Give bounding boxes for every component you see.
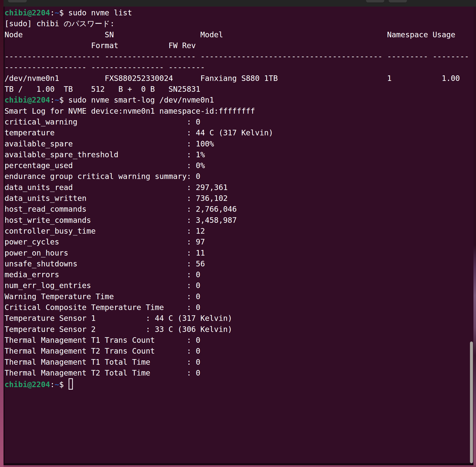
terminal-tab-bar <box>4 0 476 7</box>
smart-log-critical-composite-temp-time: Critical Composite Temperature Time : 0 <box>5 302 469 313</box>
prompt-separator: : <box>50 8 55 17</box>
nvme-list-separator-row-2: ------------------ ---------------- ----… <box>5 62 469 73</box>
terminal-text: Format FW Rev <box>5 41 196 50</box>
smart-log-temperature: temperature : 44 C (317 Kelvin) <box>5 127 469 138</box>
smart-log-data-units-written: data_units_written : 736,102 <box>5 193 469 204</box>
smart-log-available-spare-threshold: available_spare_threshold : 1% <box>5 149 469 160</box>
terminal-text: Thermal Management T1 Trans Count : 0 <box>5 336 200 345</box>
prompt-user-host: chibi@2204 <box>5 380 50 389</box>
terminal-text: --------------------- ------------------… <box>5 52 469 61</box>
terminal-text: ------------------ ---------------- ----… <box>5 63 205 72</box>
prompt-path: ~ <box>55 96 59 104</box>
smart-log-unsafe-shutdowns: unsafe_shutdowns : 56 <box>5 258 469 269</box>
smart-log-data-units-read: data_units_read : 297,361 <box>5 182 469 193</box>
smart-log-thermal-t2-trans-count: Thermal Management T2 Trans Count : 0 <box>5 346 469 356</box>
smart-log-endurance-group: endurance group critical warning summary… <box>5 171 469 182</box>
terminal-text: Thermal Management T2 Total Time : 0 <box>5 368 200 377</box>
smart-log-percentage-used: percentage_used : 0% <box>5 160 469 171</box>
scrollbar-thumb[interactable] <box>470 341 473 463</box>
tab-bar-button-left[interactable] <box>8 0 27 3</box>
nvme-list-header-row-1: Node SN Model Namespace Usage <box>5 29 469 40</box>
prompt-line-1: chibi@2204:~$ sudo nvme list <box>5 7 469 18</box>
smart-log-thermal-t2-total-time: Thermal Management T2 Total Time : 0 <box>5 367 469 378</box>
terminal-text: temperature : 44 C (317 Kelvin) <box>5 128 273 137</box>
prompt-user-host: chibi@2204 <box>5 8 50 17</box>
prompt-separator: : <box>50 96 55 104</box>
terminal-text: Temperature Sensor 1 : 44 C (317 Kelvin) <box>5 314 232 323</box>
prompt-user-host: chibi@2204 <box>5 96 50 104</box>
smart-log-thermal-t1-total-time: Thermal Management T1 Total Time : 0 <box>5 357 469 367</box>
terminal-text: host_write_commands : 3,458,987 <box>5 216 237 225</box>
terminal-text: controller_busy_time : 12 <box>5 227 205 235</box>
prompt-path: ~ <box>55 380 59 389</box>
smart-log-host-write-commands: host_write_commands : 3,458,987 <box>5 215 469 226</box>
terminal-text: data_units_read : 297,361 <box>5 183 228 192</box>
terminal-text: unsafe_shutdowns : 56 <box>5 259 205 268</box>
tab-bar-button-right-1[interactable] <box>366 0 384 3</box>
prompt-line-2: chibi@2204:~$ sudo nvme smart-log /dev/n… <box>5 95 469 105</box>
terminal-text: TB / 1.00 TB 512 B + 0 B SN25831 <box>5 85 200 94</box>
smart-log-controller-busy-time: controller_busy_time : 12 <box>5 226 469 236</box>
tab-bar-button-right-2[interactable] <box>389 0 407 3</box>
smart-log-power-on-hours: power_on_hours : 11 <box>5 247 469 258</box>
terminal-text: Thermal Management T2 Trans Count : 0 <box>5 347 200 355</box>
nvme-list-header-row-2: Format FW Rev <box>5 40 469 51</box>
terminal-text: critical_warning : 0 <box>5 117 200 126</box>
prompt-line-3: chibi@2204:~$ <box>5 378 469 389</box>
prompt-symbol: $ <box>59 380 68 389</box>
terminal-text: Warning Temperature Time : 0 <box>5 292 200 301</box>
desktop-wallpaper-bottom-strip <box>0 465 476 467</box>
terminal-text: endurance group critical warning summary… <box>5 172 200 181</box>
command-nvme-list: $ sudo nvme list <box>59 8 132 17</box>
smart-log-available-spare: available_spare : 100% <box>5 138 469 149</box>
smart-log-power-cycles: power_cycles : 97 <box>5 236 469 247</box>
desktop-wallpaper-right-strip <box>473 7 476 465</box>
terminal-text: num_err_log_entries : 0 <box>5 281 200 290</box>
window-border-bottom <box>4 463 473 465</box>
smart-log-thermal-t1-trans-count: Thermal Management T1 Trans Count : 0 <box>5 335 469 346</box>
terminal-text: percentage_used : 0% <box>5 161 205 170</box>
terminal-text: Smart Log for NVME device:nvme0n1 namesp… <box>5 107 255 115</box>
desktop-wallpaper-left-strip <box>0 0 4 467</box>
smart-log-temp-sensor-1: Temperature Sensor 1 : 44 C (317 Kelvin) <box>5 313 469 324</box>
terminal-text: [sudo] chibi のパスワード: <box>5 19 114 28</box>
terminal-text: available_spare : 100% <box>5 139 214 148</box>
sudo-password-prompt: [sudo] chibi のパスワード: <box>5 18 469 29</box>
nvme-device-row-2: TB / 1.00 TB 512 B + 0 B SN25831 <box>5 84 469 95</box>
smart-log-host-read-commands: host_read_commands : 2,766,046 <box>5 204 469 214</box>
prompt-separator: : <box>50 380 55 389</box>
smart-log-media-errors: media_errors : 0 <box>5 269 469 280</box>
terminal-cursor <box>69 378 73 390</box>
terminal-lines: chibi@2204:~$ sudo nvme list[sudo] chibi… <box>5 7 469 389</box>
smart-log-temp-sensor-2: Temperature Sensor 2 : 33 C (306 Kelvin) <box>5 324 469 335</box>
nvme-list-separator-row-1: --------------------- ------------------… <box>5 51 469 62</box>
terminal-text: Temperature Sensor 2 : 33 C (306 Kelvin) <box>5 325 232 334</box>
terminal-text: Thermal Management T1 Total Time : 0 <box>5 358 200 366</box>
command-nvme-smart-log: $ sudo nvme smart-log /dev/nvme0n1 <box>59 96 214 104</box>
smart-log-title: Smart Log for NVME device:nvme0n1 namesp… <box>5 106 469 116</box>
terminal-text: media_errors : 0 <box>5 270 200 279</box>
smart-log-warning-temp-time: Warning Temperature Time : 0 <box>5 291 469 302</box>
prompt-path: ~ <box>55 8 59 17</box>
terminal-text: /dev/nvme0n1 FXS880252330024 Fanxiang S8… <box>5 74 460 83</box>
smart-log-critical-warning: critical_warning : 0 <box>5 116 469 127</box>
nvme-device-row-1: /dev/nvme0n1 FXS880252330024 Fanxiang S8… <box>5 73 469 84</box>
terminal-text: power_cycles : 97 <box>5 237 205 246</box>
terminal-text: available_spare_threshold : 1% <box>5 150 205 159</box>
smart-log-num-err-log-entries: num_err_log_entries : 0 <box>5 280 469 291</box>
terminal-text: data_units_written : 736,102 <box>5 194 228 203</box>
terminal-text: Node SN Model Namespace Usage <box>5 30 455 39</box>
terminal-text: host_read_commands : 2,766,046 <box>5 205 237 213</box>
terminal-text: Critical Composite Temperature Time : 0 <box>5 303 200 312</box>
terminal-text: power_on_hours : 11 <box>5 248 205 257</box>
